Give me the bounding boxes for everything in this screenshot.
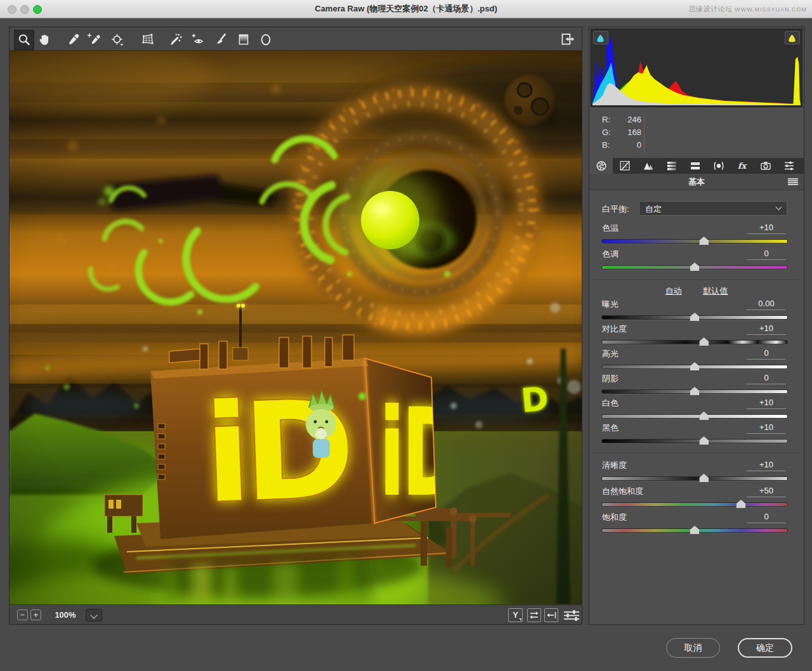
slider-value-field[interactable]: 0: [747, 373, 786, 384]
slider-value-field[interactable]: +10: [747, 398, 786, 409]
slider-thumb[interactable]: [699, 474, 709, 482]
slider-label: 阴影: [602, 373, 619, 384]
default-link[interactable]: 默认值: [703, 286, 728, 296]
red-eye-icon: [190, 32, 206, 47]
rgb-green-row: G:168: [602, 127, 644, 137]
hand-icon: [37, 32, 52, 47]
radial-filter-tool[interactable]: [258, 32, 273, 47]
zoom-level-dropdown[interactable]: [86, 609, 102, 622]
transform-tool[interactable]: [140, 32, 155, 47]
preview-canvas[interactable]: D: [9, 51, 582, 604]
slider-label: 清晰度: [602, 460, 627, 471]
tab-hsl-grayscale[interactable]: [660, 158, 683, 174]
tab-tone-curve[interactable]: [613, 158, 636, 174]
red-eye-tool[interactable]: [190, 32, 206, 47]
slider-thumb[interactable]: [690, 526, 700, 534]
hamburger-menu-icon[interactable]: [788, 178, 798, 185]
shadow-clipping-button[interactable]: [593, 31, 608, 44]
camera-raw-dialog: Camera Raw (物理天空案例02（卡通场景）.psd) 思缘设计论坛 W…: [0, 0, 812, 671]
transform-grid-icon: [140, 32, 155, 47]
white-balance-label: 白平衡:: [602, 204, 629, 215]
tab-presets[interactable]: [777, 158, 801, 174]
slider-value-field[interactable]: +10: [747, 323, 786, 335]
highlight-clipping-button[interactable]: [785, 31, 800, 44]
watermark-site: 思缘设计论坛: [688, 5, 735, 13]
copy-settings-button[interactable]: [544, 608, 558, 622]
title-bar: Camera Raw (物理天空案例02（卡通场景）.psd) 思缘设计论坛 W…: [0, 0, 812, 18]
swap-arrows-icon: [528, 611, 540, 620]
slider-track[interactable]: [601, 502, 788, 507]
targeted-adjustment-tool[interactable]: [110, 32, 125, 47]
graduated-filter-tool[interactable]: [236, 32, 251, 47]
spot-removal-tool[interactable]: [168, 32, 183, 47]
slider-track[interactable]: [601, 340, 788, 344]
slider-thumb[interactable]: [690, 362, 700, 370]
slider-thumb[interactable]: [699, 337, 709, 346]
healing-brush-icon: [168, 32, 183, 47]
slider-value-field[interactable]: +10: [747, 223, 786, 234]
slider-track[interactable]: [601, 315, 788, 320]
slider-track[interactable]: [601, 239, 788, 244]
target-circle-icon: [110, 32, 125, 47]
eyedropper-crosshair-icon: [86, 32, 102, 47]
slider-track[interactable]: [601, 389, 788, 394]
slider-value-field[interactable]: 0: [747, 512, 786, 523]
white-balance-dropdown[interactable]: 自定: [639, 201, 787, 216]
color-sampler-tool[interactable]: [86, 32, 102, 47]
slider-track[interactable]: [601, 476, 788, 481]
tab-effects[interactable]: fx: [730, 158, 754, 174]
slider-value-field[interactable]: +10: [747, 460, 786, 471]
slider-shadows: 阴影 0: [589, 373, 804, 398]
sliders-icon: [563, 610, 580, 621]
white-balance-tool[interactable]: [66, 32, 81, 47]
tab-basic[interactable]: [589, 158, 613, 174]
toggle-fullscreen-icon: [559, 31, 575, 48]
slider-thumb[interactable]: [690, 263, 700, 271]
ok-button[interactable]: 确定: [738, 638, 792, 658]
toggle-fullscreen-button[interactable]: [559, 31, 575, 48]
slider-thumb[interactable]: [690, 313, 700, 321]
slider-track[interactable]: [601, 365, 788, 369]
slider-value-field[interactable]: 0.00: [747, 299, 786, 310]
slider-value-field[interactable]: 0: [747, 348, 786, 360]
preview-preferences-button[interactable]: [563, 610, 580, 621]
sliders-icon: [783, 160, 795, 171]
slider-track[interactable]: [601, 439, 788, 443]
blue-value: 0: [617, 140, 641, 150]
zoom-out-button[interactable]: −: [17, 609, 28, 620]
green-label: G:: [602, 127, 617, 137]
slider-thumb[interactable]: [690, 387, 700, 395]
rgb-readout: R:246 G:168 B:0: [589, 112, 805, 157]
slider-clarity: 清晰度 +10: [589, 460, 804, 485]
slider-value-field[interactable]: +50: [747, 486, 786, 497]
slider-track[interactable]: [601, 414, 788, 419]
auto-link[interactable]: 自动: [665, 286, 682, 296]
slider-temperature: 色温 +10: [589, 223, 804, 248]
cancel-button[interactable]: 取消: [666, 638, 720, 658]
section-divider: [594, 453, 799, 453]
slider-thumb[interactable]: [699, 412, 709, 420]
slider-thumb[interactable]: [737, 500, 746, 508]
hand-tool[interactable]: [37, 32, 52, 47]
tab-split-toning[interactable]: [683, 158, 707, 174]
slider-value-field[interactable]: 0: [747, 249, 786, 260]
slider-blacks: 黑色 +10: [589, 422, 804, 448]
tab-lens-corrections[interactable]: [707, 158, 730, 174]
slider-label: 色温: [602, 223, 619, 234]
adjustment-brush-tool[interactable]: [214, 32, 229, 47]
swap-before-after-button[interactable]: [527, 608, 541, 622]
slider-value-field[interactable]: +10: [747, 422, 786, 434]
zoom-in-button[interactable]: +: [30, 609, 41, 620]
zoom-tool-selected[interactable]: [14, 30, 34, 50]
lens-icon: [713, 160, 724, 171]
histogram: [591, 29, 802, 107]
slider-track[interactable]: [601, 265, 788, 270]
before-after-view-button[interactable]: Y: [508, 608, 523, 622]
slider-track[interactable]: [601, 528, 788, 533]
panel-header: 基本: [589, 174, 804, 190]
slider-label: 白色: [602, 398, 619, 409]
tab-camera-calibration[interactable]: [754, 158, 777, 174]
slider-thumb[interactable]: [699, 436, 709, 445]
slider-thumb[interactable]: [699, 237, 709, 245]
tab-detail[interactable]: [636, 158, 660, 174]
